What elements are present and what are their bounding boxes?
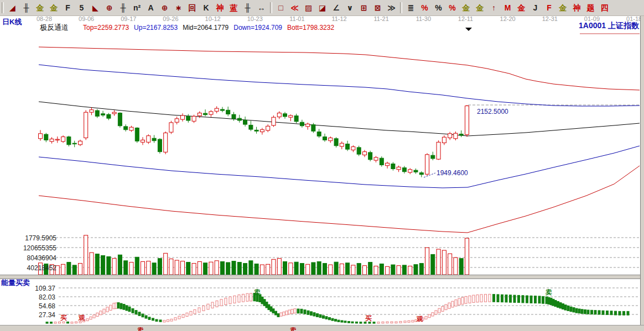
signal-marker: 卖: [254, 288, 261, 297]
volume-scale-label: 40218452: [0, 264, 56, 272]
toolbar-icon[interactable]: 蓝: [227, 1, 241, 14]
toolbar-icon[interactable]: ╫: [241, 1, 255, 14]
indicator-values: Top=2259.2773Up=2167.8253Mid=2064.1779Do…: [83, 24, 339, 31]
toolbar-icon[interactable]: %: [432, 1, 445, 14]
toolbar-separator: [2, 2, 4, 13]
date-label: 11-01: [289, 15, 304, 22]
toolbar-icon[interactable]: ⊠: [371, 1, 385, 14]
toolbar-icon[interactable]: ≫: [385, 1, 398, 14]
energy-bars: [46, 293, 629, 324]
toolbar-icon[interactable]: n²: [130, 1, 144, 14]
toolbar-icon[interactable]: ↔: [255, 1, 268, 14]
symbol-label: 1A0001 上证指数: [498, 21, 639, 31]
channel-lines: [39, 47, 640, 233]
toolbar-icon[interactable]: ⊞: [357, 1, 371, 14]
toolbar-icon[interactable]: ▨: [302, 1, 315, 14]
toolbar-icon[interactable]: 金: [556, 1, 570, 14]
date-label: 09-17: [121, 15, 136, 22]
date-label: 08-28: [37, 15, 52, 22]
footer-fragment: 卖: [137, 326, 144, 331]
volume-scale-label: 80436904: [0, 254, 56, 262]
toolbar-icon[interactable]: ∠: [329, 1, 343, 14]
toolbar-icon[interactable]: □: [274, 1, 288, 14]
toolbar-icon[interactable]: 金: [33, 1, 47, 14]
toolbar-icon[interactable]: 四: [598, 1, 611, 14]
toolbar-icon[interactable]: 金: [459, 1, 473, 14]
toolbar-icon[interactable]: %: [418, 1, 432, 14]
signal-marker: 观: [417, 314, 423, 324]
channel-mid: [39, 102, 640, 136]
signal-marker: 买: [60, 313, 67, 323]
toolbar-separator: [400, 2, 402, 13]
panel-splitter[interactable]: [0, 275, 644, 279]
date-label: 09-26: [163, 15, 178, 22]
toolbar-icon[interactable]: 回: [185, 1, 199, 14]
date-label: 10-23: [247, 15, 263, 22]
toolbar-icon[interactable]: K: [199, 1, 213, 14]
toolbar-icon[interactable]: ⊕: [102, 1, 116, 14]
footer-fragment: 卖: [290, 326, 297, 331]
toolbar-icon[interactable]: 神: [213, 1, 227, 14]
indicator-value: Mid=2064.1779: [183, 24, 228, 31]
toolbar-icon[interactable]: 神: [570, 1, 584, 14]
toolbar-icon[interactable]: 金: [47, 1, 61, 14]
toolbar-icon[interactable]: F: [542, 1, 556, 14]
kline-period-label: 日K线: [2, 17, 22, 27]
volume-scale-label: 1779.5905: [0, 234, 56, 242]
bottom-scroll-strip[interactable]: 卖卖: [0, 325, 644, 331]
date-label: 12-11: [458, 15, 473, 22]
toolbar-icon[interactable]: ∗: [172, 1, 185, 14]
price-annotation: 2152.5000: [477, 108, 508, 115]
main-chart[interactable]: [0, 0, 644, 331]
indicator-name[interactable]: 极反通道: [40, 23, 69, 33]
toolbar-icon[interactable]: ≣: [404, 1, 418, 14]
indicator-value: Bott=1798.3232: [287, 24, 334, 31]
position-marker-icon: [465, 28, 472, 31]
date-label: 11-30: [416, 15, 431, 22]
channel-up: [39, 65, 640, 106]
toolbar-separator: [270, 2, 272, 13]
toolbar-icon[interactable]: 金: [515, 1, 528, 14]
toolbar-icon[interactable]: 金: [473, 1, 487, 14]
toolbar-icon[interactable]: A: [144, 1, 158, 14]
date-label: 11-12: [331, 15, 346, 22]
indicator-value: Up=2167.8253: [134, 24, 178, 31]
toolbar-icon[interactable]: ◣: [89, 1, 102, 14]
channel-bott: [39, 166, 640, 233]
toolbar-icon[interactable]: ╫: [19, 1, 33, 14]
energy-scale-label: 82.03: [0, 293, 55, 301]
toolbar-icon[interactable]: %: [445, 1, 459, 14]
candles: [39, 105, 469, 177]
signal-marker: 买: [365, 314, 372, 323]
toolbar-icon[interactable]: M: [501, 1, 515, 14]
toolbar-icon[interactable]: ↑: [487, 1, 501, 14]
toolbar: ◢╫金金F5◣⊕╫n²A⊕∗回K神蓝╫↔□≪▨◪∠∨⊞⊠≫≣%%%金金↑M金JF…: [0, 0, 644, 16]
toolbar-icon[interactable]: J: [528, 1, 542, 14]
signal-marker: 观: [79, 313, 85, 323]
toolbar-icon[interactable]: ◢: [6, 1, 19, 14]
energy-scale-label: 27.34: [0, 311, 55, 319]
channel-top: [39, 47, 640, 90]
price-annotation: 1949.4600: [437, 169, 468, 177]
toolbar-icon[interactable]: ◪: [315, 1, 329, 14]
date-label: 09-06: [79, 15, 94, 22]
date-label: 10-12: [205, 15, 221, 22]
toolbar-icon[interactable]: 题: [584, 1, 598, 14]
toolbar-icon[interactable]: ∨: [343, 1, 357, 14]
energy-scale-label: 109.37: [0, 285, 55, 292]
toolbar-icon[interactable]: ≪: [288, 1, 302, 14]
date-label: 11-21: [374, 15, 389, 22]
toolbar-icon[interactable]: 5: [75, 1, 89, 14]
volume-scale-label: 120655355: [0, 244, 56, 252]
window-right-edge: [640, 15, 644, 325]
indicator-value: Down=1924.709: [233, 24, 282, 31]
channel-down: [39, 146, 640, 188]
signal-marker: 卖: [546, 288, 552, 297]
toolbar-icon[interactable]: ⊕: [158, 1, 172, 14]
energy-scale-label: 54.68: [0, 302, 55, 310]
toolbar-icon[interactable]: ╫: [116, 1, 130, 14]
indicator-value: Top=2259.2773: [83, 24, 129, 31]
volume-bars: [39, 235, 469, 275]
toolbar-icon[interactable]: F: [61, 1, 75, 14]
